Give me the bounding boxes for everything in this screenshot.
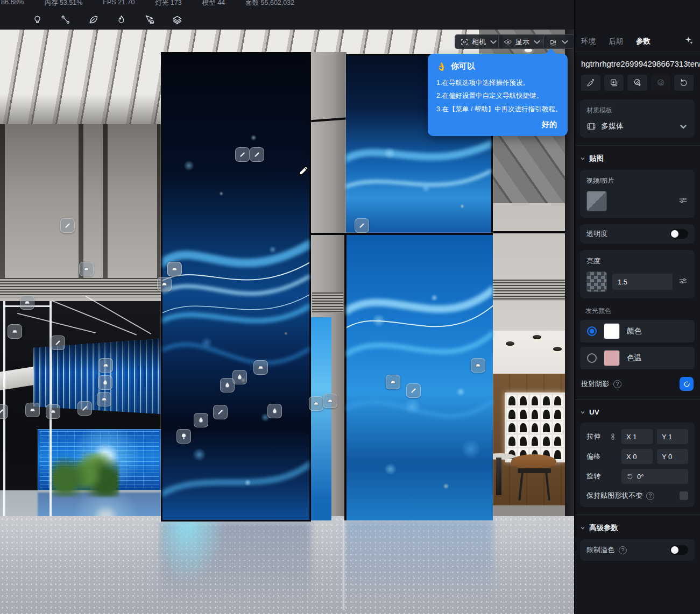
light-gizmo-icon[interactable] [267,404,282,418]
link-icon[interactable] [609,433,617,440]
template-value: 多媒体 [601,122,674,131]
properties-panel: 环境 后期 参数 hgtrhrhgtre269994298667313terwt… [574,0,700,614]
light-gizmo-icon[interactable] [309,396,323,411]
material-tool-icon[interactable] [170,12,184,26]
offset-y-input[interactable]: Y 0 [657,449,688,464]
edit-gizmo-icon[interactable] [0,404,8,419]
edit-gizmo-icon[interactable] [60,218,75,233]
light-gizmo-icon[interactable] [176,429,191,444]
performance-stats: 86.68% 内存 53.51% FPS 21.70 灯光 173 模型 44 … [1,0,294,8]
edit-gizmo-icon[interactable] [213,405,228,419]
video-image-label: 视频/图片 [586,176,688,185]
rotate-input[interactable]: 0° [621,469,688,484]
light-gizmo-icon[interactable] [232,370,247,384]
stretch-y-input[interactable]: Y 1 [657,429,688,444]
offset-label: 偏移 [586,452,605,461]
opacity-card: 透明度 [580,224,695,244]
radio-selected[interactable] [587,326,597,336]
navigation-dropdown-button[interactable] [543,34,574,49]
light-gizmo-icon[interactable] [194,413,208,427]
color-swatch-white[interactable] [604,323,620,339]
plants [52,453,119,497]
light-tool-icon[interactable] [30,12,44,26]
keep-shape-checkbox[interactable] [680,491,688,500]
led-screen-right-lower[interactable] [344,233,493,520]
emission-temp-option[interactable]: 色温 [580,347,695,369]
color-swatch-temp[interactable] [604,350,620,366]
light-gizmo-icon[interactable] [8,324,22,339]
edit-gizmo-icon[interactable] [77,401,92,416]
edit-gizmo-icon[interactable] [235,147,250,162]
display-dropdown-button[interactable]: 显示 [498,34,547,49]
opacity-toggle[interactable] [670,229,688,239]
svg-text:AI: AI [661,83,663,86]
brightness-card: 亮度 1.5 [580,250,695,298]
help-icon[interactable]: ? [619,546,627,554]
reset-material-icon[interactable] [674,75,694,91]
light-gizmo-icon[interactable] [323,394,337,408]
tab-environment[interactable]: 环境 [581,37,596,46]
light-gizmo-icon[interactable] [79,262,94,276]
pick-material-icon[interactable] [581,75,600,91]
camera-dropdown-button[interactable]: 相机 [455,34,503,49]
light-gizmo-icon[interactable] [157,277,172,291]
keep-shape-row: 保持贴图形状不变 ? [586,491,688,501]
save-to-library-icon[interactable] [604,75,624,91]
limit-bleed-card: 限制溢色 ? [580,539,695,561]
edit-gizmo-icon[interactable] [355,218,369,233]
light-gizmo-icon[interactable] [471,358,485,373]
texture-settings-icon[interactable] [678,195,688,208]
radio-unselected[interactable] [587,353,597,363]
light-gizmo-icon[interactable] [220,378,235,392]
water-tool-icon[interactable] [114,12,128,26]
help-icon[interactable]: ? [613,380,621,388]
edit-gizmo-icon[interactable] [51,335,65,350]
cast-shadow-toggle[interactable] [680,377,694,391]
light-gizmo-icon[interactable] [20,295,34,310]
vegetation-tool-icon[interactable] [86,12,100,26]
light-gizmo-icon[interactable] [25,403,40,417]
template-label: 材质模板 [586,106,688,115]
light-gizmo-icon[interactable] [98,358,113,373]
stat-cpu: 86.68% [1,0,24,8]
offset-x-input[interactable]: X 0 [621,449,653,464]
light-gizmo-icon[interactable] [97,392,111,406]
led-screen-center[interactable] [161,52,311,522]
stretch-x-input[interactable]: X 1 [621,429,653,444]
tab-parameters[interactable]: 参数 [636,37,650,46]
uv-card: 拉伸 X 1 Y 1 偏移 X 0 Y 0 旋转 0° 保持贴图形状不变 ? [580,423,695,507]
brightness-settings-icon[interactable] [678,276,688,288]
tooltip-title: 你可以 [451,61,475,72]
display-shelf [505,392,565,462]
edit-gizmo-icon[interactable] [250,147,264,162]
tab-post[interactable]: 后期 [609,37,623,46]
limit-bleed-toggle[interactable] [670,545,688,555]
light-gizmo-icon[interactable] [253,360,268,375]
brightness-input[interactable]: 1.5 [612,274,673,290]
extract-material-icon[interactable] [627,75,647,91]
camera-frame-icon [460,38,469,46]
section-map[interactable]: 贴图 [575,146,700,163]
template-dropdown[interactable]: 多媒体 [586,122,688,131]
light-gizmo-icon[interactable] [386,375,400,389]
light-gizmo-icon[interactable] [98,375,112,390]
section-uv[interactable]: UV [575,400,700,416]
light-gizmo-icon[interactable] [46,404,60,419]
texture-thumbnail[interactable] [586,191,607,211]
ai-sparkle-icon[interactable] [684,35,694,47]
stat-lights: 灯光 173 [155,0,181,8]
select-add-tool-icon[interactable] [142,12,156,26]
constraint-tool-icon[interactable] [58,12,72,26]
emission-color-option[interactable]: 颜色 [580,320,695,342]
edit-gizmo-icon[interactable] [406,383,421,398]
keep-shape-label: 保持贴图形状不变 [586,491,642,501]
tooltip-line: 3.在【菜单 / 帮助】中再次进行指引教程。 [436,103,559,116]
tooltip-ok-button[interactable]: 好的 [436,120,559,130]
brightness-thumbnail[interactable] [586,272,607,292]
3d-viewport[interactable]: 相机 显示 👌 你可以 1.在导航选项中选择操作预设。 2.在偏好设置中自定义导… [0,30,574,614]
led-screen-sliver[interactable] [311,317,331,520]
section-advanced[interactable]: 高级参数 [575,515,700,533]
help-icon[interactable]: ? [646,492,654,500]
light-gizmo-icon[interactable] [167,262,182,276]
eyedropper-cursor [297,163,311,177]
